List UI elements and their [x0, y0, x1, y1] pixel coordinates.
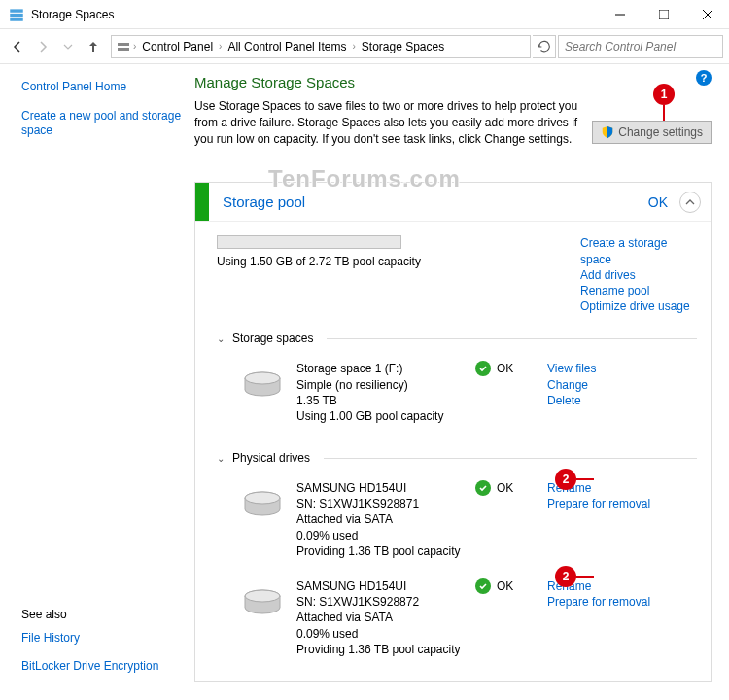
drives-label: Physical drives	[232, 451, 310, 465]
ok-icon	[475, 361, 491, 376]
bitlocker-link[interactable]: BitLocker Drive Encryption	[21, 659, 183, 675]
drive-providing: Providing 1.36 TB pool capacity	[296, 543, 462, 559]
space-size: 1.35 TB	[296, 393, 462, 408]
file-history-link[interactable]: File History	[21, 631, 183, 647]
capacity-text: Using 1.50 GB of 2.72 TB pool capacity	[217, 255, 563, 268]
add-drives-link[interactable]: Add drives	[580, 267, 697, 283]
drive-icon	[242, 370, 283, 400]
breadcrumb-item[interactable]: Control Panel	[138, 40, 217, 53]
ok-icon	[475, 480, 491, 496]
capacity-progress	[217, 235, 401, 249]
chevron-right-icon: ›	[219, 41, 222, 52]
svg-rect-2	[10, 18, 23, 20]
breadcrumb-item[interactable]: Storage Spaces	[358, 40, 448, 53]
physical-drive-row: SAMSUNG HD154UI SN: S1XWJ1KS928871 Attac…	[217, 474, 697, 573]
change-link[interactable]: Change	[547, 377, 674, 393]
change-settings-label: Change settings	[618, 125, 703, 139]
drive-used: 0.09% used	[296, 626, 462, 642]
annotation-1: 1	[653, 84, 675, 105]
see-also-label: See also	[21, 608, 183, 621]
app-icon	[8, 6, 25, 23]
prepare-removal-link[interactable]: Prepare for removal	[547, 496, 674, 511]
pool-status: OK	[648, 194, 668, 210]
navbar: › Control Panel › All Control Panel Item…	[0, 29, 729, 64]
breadcrumb[interactable]: › Control Panel › All Control Panel Item…	[111, 35, 531, 58]
optimize-link[interactable]: Optimize drive usage	[580, 298, 697, 314]
spaces-section-header[interactable]: ⌄ Storage spaces	[217, 332, 697, 345]
drive-icon	[242, 588, 283, 617]
shield-icon	[601, 125, 614, 139]
storage-pool-panel: Storage pool OK Using 1.50 GB of 2.72 TB…	[194, 182, 712, 682]
drive-status: OK	[497, 481, 513, 495]
drive-sn: SN: S1XWJ1KS928871	[296, 496, 462, 511]
space-type: Simple (no resiliency)	[296, 377, 462, 393]
window-title: Storage Spaces	[31, 8, 598, 21]
pool-name: Storage pool	[223, 193, 648, 210]
forward-button[interactable]	[31, 35, 54, 58]
svg-rect-7	[118, 43, 129, 46]
status-stripe	[195, 183, 209, 221]
annotation-line	[576, 478, 594, 480]
change-settings-button[interactable]: Change settings	[592, 121, 712, 144]
drive-attach: Attached via SATA	[296, 511, 462, 527]
up-button[interactable]	[82, 35, 105, 58]
space-name: Storage space 1 (F:)	[296, 361, 462, 376]
physical-drive-row: SAMSUNG HD154UI SN: S1XWJ1KS928872 Attac…	[217, 573, 697, 671]
back-button[interactable]	[6, 35, 29, 58]
chevron-right-icon: ›	[352, 41, 355, 52]
prepare-removal-link[interactable]: Prepare for removal	[547, 594, 674, 610]
search-input[interactable]: Search Control Panel	[558, 35, 723, 58]
svg-rect-4	[659, 10, 669, 19]
svg-point-12	[245, 492, 280, 504]
page-heading: Manage Storage Spaces	[194, 74, 712, 90]
svg-rect-1	[10, 13, 23, 16]
annotation-2: 2	[555, 469, 576, 490]
storage-space-row: Storage space 1 (F:) Simple (no resilien…	[217, 355, 697, 438]
delete-link[interactable]: Delete	[547, 393, 674, 408]
page-description: Use Storage Spaces to save files to two …	[194, 98, 583, 147]
drives-section-header[interactable]: ⌄ Physical drives	[217, 451, 697, 465]
breadcrumb-item[interactable]: All Control Panel Items	[224, 40, 350, 53]
maximize-button[interactable]	[642, 0, 685, 29]
svg-point-10	[245, 372, 280, 384]
drive-sn: SN: S1XWJ1KS928872	[296, 594, 462, 610]
sidebar: Control Panel Home Create a new pool and…	[0, 64, 194, 700]
svg-point-14	[245, 590, 280, 602]
close-button[interactable]	[685, 0, 729, 29]
chevron-right-icon: ›	[133, 41, 136, 52]
drive-name: SAMSUNG HD154UI	[296, 578, 462, 594]
drive-name: SAMSUNG HD154UI	[296, 480, 462, 496]
annotation-line	[663, 105, 665, 121]
chevron-down-icon: ⌄	[217, 453, 225, 464]
view-files-link[interactable]: View files	[547, 361, 674, 376]
control-panel-home-link[interactable]: Control Panel Home	[21, 80, 183, 95]
spaces-label: Storage spaces	[232, 332, 313, 345]
recent-dropdown[interactable]	[56, 35, 80, 58]
drive-used: 0.09% used	[296, 528, 462, 543]
drive-providing: Providing 1.36 TB pool capacity	[296, 642, 462, 657]
refresh-button[interactable]	[533, 35, 556, 58]
minimize-button[interactable]	[598, 0, 642, 29]
create-space-link[interactable]: Create a storage space	[580, 235, 697, 266]
svg-rect-8	[118, 48, 129, 51]
annotation-line	[576, 576, 594, 578]
space-usage: Using 1.00 GB pool capacity	[296, 408, 462, 424]
annotation-2b: 2	[555, 566, 576, 587]
collapse-button[interactable]	[679, 192, 701, 213]
titlebar: Storage Spaces	[0, 0, 729, 29]
main-content: ? Manage Storage Spaces Use Storage Spac…	[194, 64, 729, 700]
ok-icon	[475, 578, 491, 594]
drive-status: OK	[497, 579, 513, 593]
chevron-down-icon: ⌄	[217, 333, 225, 344]
svg-rect-0	[10, 9, 23, 12]
drive-attach: Attached via SATA	[296, 610, 462, 625]
help-icon[interactable]: ?	[696, 70, 712, 86]
drives-icon	[116, 39, 131, 54]
rename-pool-link[interactable]: Rename pool	[580, 283, 697, 298]
pool-header: Storage pool OK	[195, 183, 711, 222]
create-pool-link[interactable]: Create a new pool and storage space	[21, 109, 183, 139]
space-status: OK	[497, 362, 513, 375]
drive-icon	[242, 490, 283, 519]
